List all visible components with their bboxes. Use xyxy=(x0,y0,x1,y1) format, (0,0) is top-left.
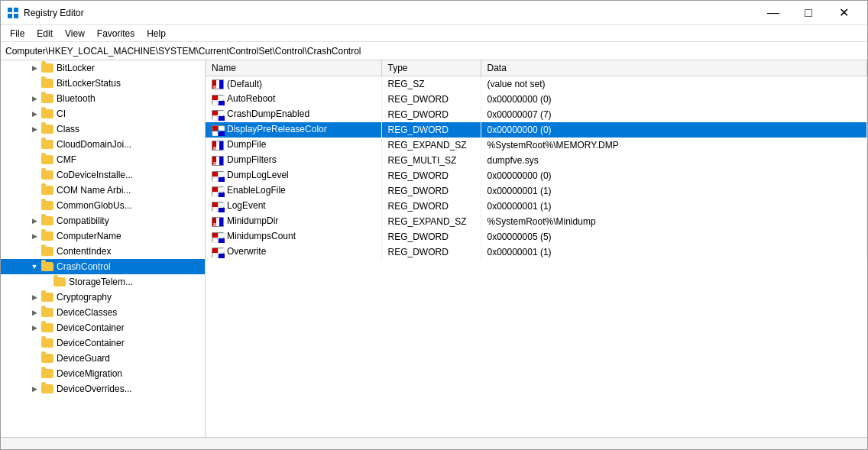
menu-edit[interactable]: Edit xyxy=(31,27,59,40)
tree-node-clouddomainjoin[interactable]: CloudDomainJoi... xyxy=(1,137,205,152)
row-icon xyxy=(212,202,224,212)
tree-node-class[interactable]: Class xyxy=(1,121,205,137)
maximize-button[interactable]: □ xyxy=(791,1,826,25)
tree-node-compatibility[interactable]: Compatibility xyxy=(1,213,205,228)
svg-rect-8 xyxy=(212,111,218,115)
svg-rect-34 xyxy=(212,254,218,258)
tree-label-bluetooth: Bluetooth xyxy=(57,93,96,104)
row-name-label: DumpLogLevel xyxy=(227,170,289,180)
row-data: 0x00000000 (0) xyxy=(481,122,867,138)
svg-rect-22 xyxy=(212,193,218,197)
table-row[interactable]: LogEventREG_DWORD0x00000001 (1) xyxy=(206,199,867,214)
menu-file[interactable]: File xyxy=(4,27,31,40)
folder-icon xyxy=(40,77,54,89)
expand-dc1-arrow xyxy=(28,322,40,334)
folder-icon xyxy=(40,199,54,212)
folder-icon xyxy=(40,215,54,227)
data-pane[interactable]: Name Type Data ab(Default)REG_SZ(value n… xyxy=(206,60,867,437)
folder-icon xyxy=(40,154,54,166)
col-header-type[interactable]: Type xyxy=(381,60,481,76)
folder-icon xyxy=(40,62,54,74)
svg-rect-29 xyxy=(219,233,225,238)
tree-node-storagetelemetry[interactable]: StorageTelem... xyxy=(1,274,205,290)
tree-node-codeviceinstaller[interactable]: CoDeviceInstalle... xyxy=(1,167,205,183)
svg-rect-24 xyxy=(212,202,218,207)
table-row[interactable]: CrashDumpEnabledREG_DWORD0x00000007 (7) xyxy=(206,107,867,122)
tree-node-ci[interactable]: CI xyxy=(1,106,205,121)
table-row[interactable]: abDumpFileREG_EXPAND_SZ%SystemRoot%\MEMO… xyxy=(206,138,867,153)
table-row[interactable]: abDumpFiltersREG_MULTI_SZdumpfve.sys xyxy=(206,153,867,168)
row-type: REG_EXPAND_SZ xyxy=(381,214,481,229)
row-type: REG_DWORD xyxy=(381,168,481,183)
row-data: dumpfve.sys xyxy=(481,153,867,168)
tree-label-devicemigration: DeviceMigration xyxy=(57,368,122,379)
tree-node-cryptography[interactable]: Cryptography xyxy=(1,290,205,305)
tree-pane[interactable]: BitLocker BitLockerStatus Bluetooth CI xyxy=(1,60,206,437)
tree-node-devicemigration[interactable]: DeviceMigration xyxy=(1,366,205,381)
col-header-data[interactable]: Data xyxy=(481,60,867,76)
tree-node-bitlockerstatus[interactable]: BitLockerStatus xyxy=(1,76,205,91)
main-content: BitLocker BitLockerStatus Bluetooth CI xyxy=(1,60,867,437)
table-row[interactable]: ab(Default)REG_SZ(value not set) xyxy=(206,76,867,92)
tree-node-devicecontainer2[interactable]: DeviceContainer xyxy=(1,335,205,351)
menu-favorites[interactable]: Favorites xyxy=(91,27,141,40)
row-icon xyxy=(212,186,224,196)
svg-rect-14 xyxy=(212,131,218,136)
expand-bluetooth-arrow xyxy=(28,92,40,105)
tree-label-class: Class xyxy=(57,124,79,134)
table-row[interactable]: DisplayPreReleaseColorREG_DWORD0x0000000… xyxy=(206,122,867,138)
table-row[interactable]: abMinidumpDirREG_EXPAND_SZ%SystemRoot%\M… xyxy=(206,214,867,229)
tree-label-deviceclasses: DeviceClasses xyxy=(57,307,117,318)
tree-label-devicecontainer1: DeviceContainer xyxy=(57,322,125,333)
tree-label-clouddomainjoin: CloudDomainJoi... xyxy=(57,139,131,150)
svg-rect-18 xyxy=(212,177,218,182)
svg-rect-20 xyxy=(212,187,218,192)
tree-node-contentindex[interactable]: ContentIndex xyxy=(1,244,205,259)
tree-node-computername[interactable]: ComputerName xyxy=(1,228,205,244)
table-row[interactable]: DumpLogLevelREG_DWORD0x00000000 (0) xyxy=(206,168,867,183)
tree-node-deviceguard[interactable]: DeviceGuard xyxy=(1,351,205,366)
tree-node-comnamearbi[interactable]: COM Name Arbi... xyxy=(1,183,205,198)
tree-node-cmf[interactable]: CMF xyxy=(1,152,205,167)
table-row[interactable]: MinidumpsCountREG_DWORD0x00000005 (5) xyxy=(206,229,867,244)
tree-node-bluetooth[interactable]: Bluetooth xyxy=(1,91,205,106)
menu-help[interactable]: Help xyxy=(141,27,172,40)
folder-icon xyxy=(40,306,54,319)
expand-compat-arrow xyxy=(28,215,40,227)
svg-rect-31 xyxy=(219,238,225,243)
row-type: REG_SZ xyxy=(381,76,481,92)
tree-label-cmf: CMF xyxy=(57,154,76,165)
svg-rect-12 xyxy=(212,126,218,131)
row-name-label: EnableLogFile xyxy=(227,185,286,196)
tree-node-deviceclasses[interactable]: DeviceClasses xyxy=(1,305,205,320)
row-icon xyxy=(212,232,224,242)
tree-node-crashcontrol[interactable]: CrashControl xyxy=(1,259,205,274)
row-icon xyxy=(212,248,224,257)
expand-do-arrow xyxy=(28,383,40,395)
close-button[interactable]: ✕ xyxy=(826,1,861,25)
tree-node-deviceoverrides[interactable]: DeviceOverrides... xyxy=(1,381,205,397)
expand-deviceclasses-arrow xyxy=(28,306,40,319)
col-header-name[interactable]: Name xyxy=(206,60,381,76)
row-name-label: (Default) xyxy=(227,79,262,89)
folder-icon xyxy=(53,276,66,288)
table-row[interactable]: OverwriteREG_DWORD0x00000001 (1) xyxy=(206,244,867,260)
row-icon: ab xyxy=(212,141,224,151)
row-data: 0x00000001 (1) xyxy=(481,244,867,260)
tree-node-bitlocker[interactable]: BitLocker xyxy=(1,60,205,76)
tree-node-commonglobals[interactable]: CommonGlobUs... xyxy=(1,198,205,213)
svg-rect-3 xyxy=(14,14,18,18)
tree-label-comnamearbi: COM Name Arbi... xyxy=(57,185,131,196)
minimize-button[interactable]: — xyxy=(756,1,791,25)
row-type: REG_DWORD xyxy=(381,183,481,199)
tree-node-devicecontainer1[interactable]: DeviceContainer xyxy=(1,320,205,335)
menu-view[interactable]: View xyxy=(59,27,91,40)
expand-ci-arrow xyxy=(28,108,40,120)
folder-icon xyxy=(40,367,54,380)
svg-rect-25 xyxy=(219,202,225,207)
address-bar: Computer\HKEY_LOCAL_MACHINE\SYSTEM\Curre… xyxy=(1,42,867,60)
table-row[interactable]: EnableLogFileREG_DWORD0x00000001 (1) xyxy=(206,183,867,199)
folder-icon xyxy=(40,322,54,334)
table-row[interactable]: AutoRebootREG_DWORD0x00000000 (0) xyxy=(206,92,867,107)
svg-rect-32 xyxy=(212,248,218,253)
